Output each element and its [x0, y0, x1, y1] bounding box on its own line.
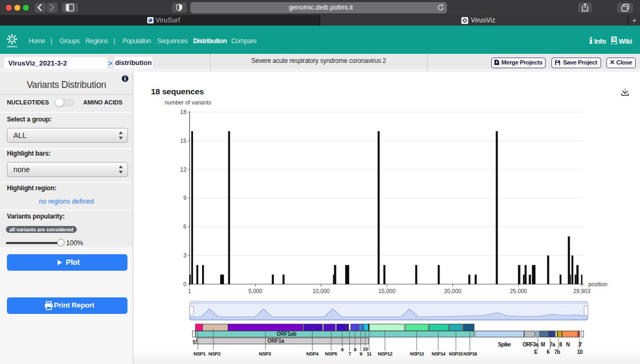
- svg-text:7b: 7b: [554, 349, 560, 355]
- svg-text:7a: 7a: [550, 342, 556, 347]
- svg-text:8: 8: [354, 346, 356, 352]
- svg-text:NSP1: NSP1: [194, 351, 206, 357]
- svg-text:20,000: 20,000: [444, 288, 461, 294]
- svg-text:number of variants: number of variants: [165, 99, 211, 106]
- svg-text:18: 18: [180, 109, 187, 115]
- svg-text:15: 15: [180, 137, 187, 144]
- svg-text:6: 6: [341, 346, 343, 352]
- svg-text:1: 1: [188, 288, 191, 294]
- svg-text:6: 6: [183, 223, 187, 230]
- svg-text:position: position: [588, 281, 607, 287]
- svg-text:E: E: [534, 349, 538, 355]
- svg-text:5,000: 5,000: [249, 288, 262, 294]
- svg-text:NSP2: NSP2: [209, 351, 221, 357]
- svg-text:N: N: [566, 342, 570, 347]
- svg-text:NSP13: NSP13: [410, 351, 424, 357]
- svg-text:12: 12: [180, 166, 187, 173]
- svg-text:15,000: 15,000: [378, 288, 395, 294]
- svg-text:Spike: Spike: [498, 342, 511, 347]
- svg-text:ORF1ab: ORF1ab: [276, 331, 296, 337]
- svg-text:ORF3a: ORF3a: [523, 342, 539, 347]
- svg-text:NSP15: NSP15: [449, 351, 463, 357]
- svg-text:9: 9: [359, 351, 362, 357]
- svg-text:6: 6: [547, 349, 550, 355]
- svg-text:NSP14: NSP14: [431, 351, 445, 357]
- svg-text:25,000: 25,000: [510, 288, 527, 294]
- svg-text:ORF1a: ORF1a: [267, 338, 284, 344]
- svg-text:5': 5': [193, 339, 196, 345]
- svg-text:M: M: [541, 342, 545, 347]
- svg-text:NSP3: NSP3: [259, 351, 271, 357]
- svg-text:NSP16: NSP16: [463, 351, 477, 357]
- svg-text:NSP5: NSP5: [325, 351, 338, 357]
- svg-text:NSP12: NSP12: [378, 351, 392, 357]
- svg-text:10,000: 10,000: [313, 288, 330, 294]
- svg-text:3': 3': [578, 342, 582, 347]
- svg-text:NSP4: NSP4: [306, 351, 319, 357]
- svg-text:7: 7: [348, 351, 351, 357]
- svg-text:0: 0: [183, 281, 187, 287]
- svg-text:29,903: 29,903: [573, 288, 590, 294]
- svg-text:10: 10: [577, 349, 583, 355]
- svg-text:9: 9: [183, 195, 187, 201]
- svg-text:11: 11: [367, 351, 372, 357]
- svg-text:8: 8: [559, 342, 563, 347]
- svg-text:3: 3: [183, 252, 187, 258]
